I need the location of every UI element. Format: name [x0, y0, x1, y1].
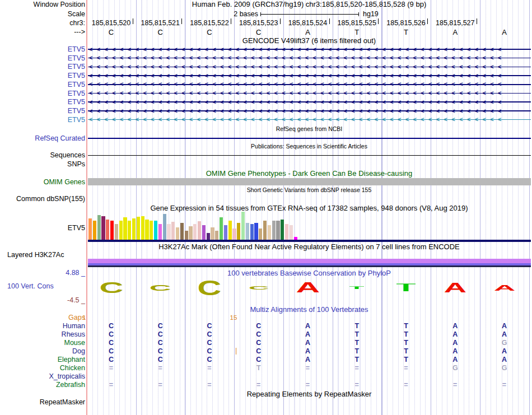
species-label-human[interactable]: Human [0, 321, 85, 330]
gtex-tissue-bar[interactable] [189, 226, 192, 240]
gtex-tissue-bar[interactable] [106, 220, 109, 240]
gtex-tissue-bar[interactable] [259, 229, 262, 240]
gtex-tissue-bar[interactable] [220, 217, 223, 240]
gtex-tissue-bar[interactable] [202, 225, 206, 240]
gene-label-etv5[interactable]: ETV5 [0, 80, 85, 89]
gtex-tissue-bar[interactable] [115, 224, 118, 240]
gene-transcript-etv5[interactable]: <<<<<<<<<<<<<<<<<<<<<<<<<<<<<<<<<<<<<<<<… [88, 99, 531, 105]
gtex-tissue-bar[interactable] [163, 214, 166, 240]
gene-label-etv5[interactable]: ETV5 [0, 71, 85, 80]
gtex-tissue-bar[interactable] [281, 220, 284, 240]
gene-label-etv5[interactable]: ETV5 [0, 89, 85, 98]
gtex-tissue-bar[interactable] [215, 231, 218, 240]
gene-label-etv5[interactable]: ETV5 [0, 62, 85, 71]
gtex-tissue-bar[interactable] [141, 216, 144, 240]
gtex-tissue-bar[interactable] [154, 221, 157, 240]
gene-transcript-etv5[interactable]: <<<<<<<<<<<<<<<<<<<<<<<<<<<<<<<<<<<<<<<<… [88, 116, 531, 123]
alignment-base: C [203, 356, 216, 364]
gtex-tissue-bar[interactable] [185, 231, 188, 240]
species-label-zebrafish[interactable]: Zebrafish [0, 380, 85, 389]
gtex-tissue-bar[interactable] [241, 212, 245, 240]
window-position-label[interactable]: Window Position [0, 0, 85, 9]
gtex-tissue-bar[interactable] [123, 217, 127, 240]
alignment-base: T [351, 356, 363, 364]
track-label-refseq-curated[interactable]: RefSeq Curated [0, 134, 85, 143]
track-label-snps[interactable]: SNPs [0, 160, 85, 169]
gtex-tissue-bar[interactable] [119, 221, 123, 240]
gene-label-etv5[interactable]: ETV5 [0, 97, 85, 106]
gtex-tissue-bar[interactable] [263, 221, 267, 240]
track-label-layered-h3k27ac[interactable]: Layered H3K27Ac [7, 250, 130, 259]
gtex-tissue-bar[interactable] [228, 221, 232, 240]
species-label-mouse[interactable]: Mouse [0, 338, 85, 347]
gtex-tissue-bar[interactable] [254, 223, 258, 240]
gtex-tissue-bar[interactable] [290, 225, 293, 240]
gtex-tissue-bar[interactable] [110, 221, 114, 240]
chrom-label[interactable]: chr3: [0, 18, 85, 27]
sequences-line[interactable] [88, 155, 531, 156]
gtex-tissue-bar[interactable] [176, 227, 179, 240]
gtex-tissue-bar[interactable] [88, 218, 92, 240]
gtex-tissue-bar[interactable] [128, 221, 131, 240]
gtex-tissue-bar[interactable] [237, 223, 240, 240]
species-label-elephant[interactable]: Elephant [0, 355, 85, 364]
species-label-rhesus[interactable]: Rhesus [0, 330, 85, 339]
gene-transcript-etv5[interactable]: <<<<<<<<<<<<<<<<<<<<<<<<<<<<<<<<<<<<<<<<… [88, 63, 531, 70]
gtex-tissue-bar[interactable] [272, 221, 276, 240]
gtex-tissue-bar[interactable] [150, 221, 153, 240]
h3k27ac-signal-band[interactable] [88, 259, 531, 263]
omim-gene-bar[interactable] [88, 178, 531, 185]
species-label-x_tropicalis[interactable]: X_tropicalis [0, 372, 85, 381]
gtex-tissue-bar[interactable] [232, 229, 236, 240]
gtex-tissue-bar[interactable] [268, 225, 271, 240]
h3k27ac-signal-band[interactable] [88, 265, 531, 268]
gtex-tissue-bar[interactable] [145, 220, 148, 240]
gtex-tissue-bar[interactable] [198, 221, 201, 240]
gtex-tissue-bar[interactable] [158, 224, 162, 240]
track-label-omim-genes[interactable]: OMIM Genes [0, 178, 85, 186]
refseq-curated-line[interactable] [88, 138, 531, 139]
gene-label-etv5[interactable]: ETV5 [0, 106, 85, 115]
base-position-tick [378, 18, 379, 24]
gene-transcript-etv5[interactable]: <<<<<<<<<<<<<<<<<<<<<<<<<<<<<<<<<<<<<<<<… [88, 90, 531, 97]
gene-transcript-etv5[interactable]: <<<<<<<<<<<<<<<<<<<<<<<<<<<<<<<<<<<<<<<<… [88, 46, 531, 53]
gtex-tissue-bar[interactable] [246, 223, 249, 240]
phylop-min-value[interactable]: -4.5 _ [0, 296, 85, 305]
gtex-tissue-bar[interactable] [180, 223, 184, 240]
strand-direction-label[interactable]: ---> [0, 27, 85, 36]
gene-transcript-etv5[interactable]: <<<<<<<<<<<<<<<<<<<<<<<<<<<<<<<<<<<<<<<<… [88, 108, 531, 114]
track-label-sequences[interactable]: Sequences [0, 151, 85, 160]
gene-label-etv5[interactable]: ETV5 [0, 45, 85, 54]
track-label-gtex-etv5[interactable]: ETV5 [0, 223, 85, 232]
gtex-tissue-bar[interactable] [137, 217, 140, 240]
alignment-base: T [400, 347, 412, 356]
species-label-chicken[interactable]: Chicken [0, 363, 85, 372]
left-strand-arrows: <<<<<<<<<<<<<<<<<<<<<<<<<<<<<<<<<<<<<<<<… [89, 63, 506, 70]
gene-label-etv5[interactable]: ETV5 [0, 54, 85, 63]
gene-transcript-etv5[interactable]: <<<<<<<<<<<<<<<<<<<<<<<<<<<<<<<<<<<<<<<<… [88, 55, 531, 62]
gtex-tissue-bar[interactable] [171, 222, 175, 240]
gtex-tissue-bar[interactable] [276, 221, 279, 240]
gtex-tissue-bar[interactable] [132, 218, 136, 240]
gtex-tissue-bar[interactable] [97, 215, 101, 240]
gtex-tissue-bar[interactable] [285, 224, 288, 240]
species-label-dog[interactable]: Dog [0, 347, 85, 356]
track-label-repeatmasker[interactable]: RepeatMasker [0, 398, 85, 407]
gtex-tissue-bar[interactable] [250, 224, 254, 240]
gene-label-etv5[interactable]: ETV5 [0, 115, 85, 124]
gtex-tissue-bar[interactable] [211, 227, 214, 240]
multiz-gaps-label[interactable]: Gaps [0, 313, 85, 322]
gene-transcript-etv5[interactable]: <<<<<<<<<<<<<<<<<<<<<<<<<<<<<<<<<<<<<<<<… [88, 81, 531, 88]
phylop-max-value[interactable]: 4.88 _ [0, 268, 85, 277]
gtex-tissue-bar[interactable] [224, 225, 227, 240]
gtex-tissue-bar[interactable] [101, 216, 105, 240]
scale-label[interactable]: Scale [0, 10, 85, 18]
gtex-tissue-bar[interactable] [294, 237, 297, 240]
track-label-common-dbsnp[interactable]: Common dbSNP(155) [0, 194, 85, 203]
gtex-tissue-bar[interactable] [207, 233, 210, 240]
alignment-base: T [400, 356, 412, 364]
gtex-tissue-bar[interactable] [167, 224, 170, 240]
gtex-tissue-bar[interactable] [93, 221, 96, 240]
gene-transcript-etv5[interactable]: <<<<<<<<<<<<<<<<<<<<<<<<<<<<<<<<<<<<<<<<… [88, 72, 531, 79]
gtex-tissue-bar[interactable] [193, 224, 197, 240]
